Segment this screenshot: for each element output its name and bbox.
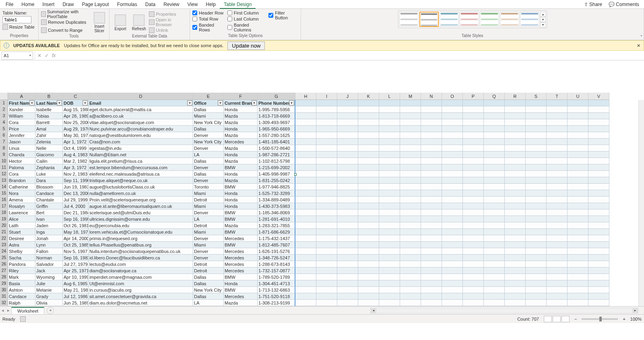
row-header[interactable]: 30 — [0, 287, 8, 293]
cell[interactable] — [588, 242, 609, 248]
table-cell[interactable]: Honda — [224, 280, 258, 287]
table-cell[interactable]: augue@luctuslobortisClass.co.uk — [89, 184, 193, 190]
cell[interactable] — [526, 216, 547, 222]
cell[interactable] — [337, 151, 358, 158]
table-cell[interactable]: Denver — [193, 132, 224, 139]
column-header[interactable]: N — [421, 93, 442, 100]
cell[interactable] — [505, 229, 526, 235]
cell[interactable] — [588, 119, 609, 126]
cell[interactable] — [588, 255, 609, 261]
cell[interactable] — [316, 235, 337, 242]
table-cell[interactable]: Dallas — [193, 293, 224, 300]
cell[interactable] — [295, 255, 316, 261]
cell[interactable] — [588, 287, 609, 293]
cell[interactable] — [400, 145, 421, 151]
sheet-tab-worksheet[interactable]: Worksheet — [11, 307, 44, 314]
cell[interactable] — [358, 274, 379, 280]
table-cell[interactable]: Sep 11, 1990 — [63, 177, 89, 184]
row-header[interactable]: 27 — [0, 267, 8, 274]
cell[interactable] — [337, 229, 358, 235]
filter-dropdown-button[interactable]: ▼ — [57, 100, 62, 106]
cell[interactable] — [379, 113, 400, 119]
cell[interactable] — [337, 293, 358, 300]
row-header[interactable]: 26 — [0, 261, 8, 267]
cell[interactable] — [316, 145, 337, 151]
column-header[interactable]: K — [358, 93, 379, 100]
cell[interactable] — [400, 267, 421, 274]
cell[interactable] — [442, 300, 463, 306]
cell[interactable] — [295, 184, 316, 190]
table-cell[interactable]: Dallas — [193, 106, 224, 113]
table-cell[interactable]: Mazda — [224, 132, 258, 139]
table-cell[interactable]: William — [8, 113, 35, 119]
table-cell[interactable]: BMW — [224, 229, 258, 235]
cell[interactable] — [588, 171, 609, 177]
cell[interactable] — [463, 106, 484, 113]
menu-tab-file[interactable]: File — [2, 1, 17, 8]
cell[interactable] — [463, 145, 484, 151]
table-cell[interactable]: Astra — [8, 242, 35, 248]
cell[interactable] — [337, 235, 358, 242]
cell[interactable] — [484, 287, 505, 293]
cell[interactable] — [547, 280, 568, 287]
cell[interactable] — [547, 209, 568, 216]
cell[interactable] — [505, 203, 526, 209]
cell[interactable] — [463, 151, 484, 158]
table-cell[interactable]: 1-481-185-6401 — [258, 139, 295, 145]
table-cell[interactable]: 1-965-950-6669 — [258, 126, 295, 132]
table-cell[interactable]: Miami — [193, 190, 224, 197]
table-cell[interactable]: Candace — [35, 190, 63, 197]
cell[interactable] — [442, 235, 463, 242]
table-cell[interactable]: Paloma — [8, 164, 35, 171]
table-cell[interactable]: Detroit — [193, 261, 224, 267]
table-cell[interactable]: Denver — [193, 209, 224, 216]
cell[interactable] — [379, 267, 400, 274]
cell[interactable] — [484, 209, 505, 216]
cell[interactable] — [505, 184, 526, 190]
cell[interactable] — [588, 106, 609, 113]
table-cell[interactable]: Denver — [193, 164, 224, 171]
cell[interactable] — [295, 203, 316, 209]
cell[interactable] — [421, 222, 442, 229]
cell[interactable] — [379, 255, 400, 261]
table-cell[interactable]: Riley — [8, 267, 35, 274]
row-header[interactable]: 14 — [0, 184, 8, 190]
table-cell[interactable]: Apr 14, 2000 — [63, 235, 89, 242]
cell[interactable] — [421, 242, 442, 248]
cell[interactable] — [358, 164, 379, 171]
cell[interactable] — [295, 293, 316, 300]
table-cell[interactable]: 1-215-699-2002 — [258, 164, 295, 171]
table-cell[interactable]: Bert — [35, 209, 63, 216]
table-cell[interactable]: 1-557-280-1625 — [258, 132, 295, 139]
row-header[interactable]: 18 — [0, 209, 8, 216]
cell[interactable] — [379, 261, 400, 267]
filter-dropdown-button[interactable]: ▼ — [29, 100, 35, 106]
table-cell[interactable]: BMW — [224, 216, 258, 222]
table-cell[interactable]: 1-334-889-0489 — [258, 197, 295, 203]
column-header[interactable]: A — [8, 93, 35, 100]
fx-icon[interactable]: fx — [52, 53, 56, 58]
cell[interactable] — [421, 267, 442, 274]
table-cell[interactable]: 1-500-572-8640 — [258, 145, 295, 151]
table-cell[interactable]: Desiree — [8, 235, 35, 242]
cell[interactable] — [421, 106, 442, 113]
table-cell[interactable]: Alice — [8, 216, 35, 222]
cell[interactable] — [316, 287, 337, 293]
cell[interactable] — [337, 177, 358, 184]
cell[interactable] — [316, 280, 337, 287]
table-cell[interactable]: Ashton — [8, 287, 35, 293]
cell[interactable] — [400, 177, 421, 184]
table-cell[interactable]: ligula.elit.pretium@risus.ca — [89, 158, 193, 164]
table-cell[interactable]: Nelle — [35, 145, 63, 151]
table-cell[interactable]: primis.in@nequesed.org — [89, 235, 193, 242]
cell[interactable] — [421, 280, 442, 287]
cell[interactable] — [588, 139, 609, 145]
table-cell[interactable]: 1-185-346-8069 — [258, 209, 295, 216]
table-cell[interactable]: 1-348-726-5247 — [258, 255, 295, 261]
cell[interactable] — [463, 100, 484, 106]
cell[interactable] — [588, 100, 609, 106]
cell[interactable] — [484, 203, 505, 209]
cell[interactable] — [337, 242, 358, 248]
cell[interactable] — [588, 293, 609, 300]
cell[interactable] — [484, 177, 505, 184]
